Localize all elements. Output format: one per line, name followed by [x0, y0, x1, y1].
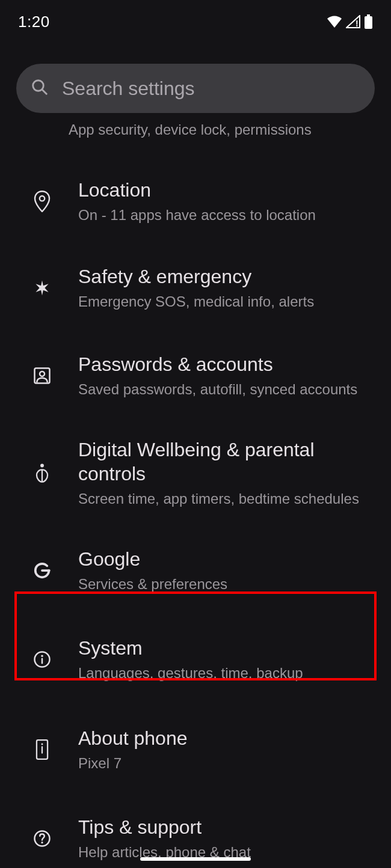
svg-rect-2	[365, 16, 372, 29]
row-location-title: Location	[78, 178, 374, 202]
row-safety-title: Safety & emergency	[78, 264, 374, 289]
svg-line-4	[42, 90, 47, 94]
search-icon	[31, 78, 49, 99]
asterisk-icon	[30, 276, 54, 300]
status-time: 1:20	[18, 13, 50, 31]
svg-point-12	[41, 655, 43, 657]
row-location-sub: On - 11 apps have access to location	[78, 206, 374, 225]
status-bar: 1:20 !	[0, 0, 391, 43]
location-icon	[30, 189, 54, 213]
row-system-title: System	[78, 636, 374, 660]
help-icon	[30, 827, 54, 851]
row-about-title: About phone	[78, 726, 374, 750]
signal-icon: !	[346, 15, 360, 28]
wifi-icon	[327, 16, 342, 28]
row-dwb-title: Digital Wellbeing & parental controls	[78, 438, 374, 486]
row-safety-sub: Emergency SOS, medical info, alerts	[78, 292, 374, 311]
svg-rect-1	[367, 14, 370, 16]
phone-info-icon	[30, 738, 54, 762]
svg-point-5	[40, 196, 45, 201]
row-google[interactable]: Google Services & preferences	[0, 529, 391, 612]
svg-point-17	[41, 842, 43, 843]
svg-text:!: !	[356, 19, 359, 28]
svg-point-15	[42, 743, 43, 745]
row-location[interactable]: Location On - 11 apps have access to loc…	[0, 153, 391, 243]
row-passwords[interactable]: Passwords & accounts Saved passwords, au…	[0, 329, 391, 417]
row-about-phone[interactable]: About phone Pixel 7	[0, 701, 391, 791]
info-icon	[30, 647, 54, 671]
google-g-icon	[30, 558, 54, 582]
wellbeing-icon	[30, 461, 54, 485]
row-dwb-sub: Screen time, app timers, bedtime schedul…	[78, 489, 374, 509]
row-system-sub: Languages, gestures, time, backup	[78, 664, 374, 683]
account-box-icon	[30, 364, 54, 388]
row-system[interactable]: System Languages, gestures, time, backup	[0, 612, 391, 701]
gesture-nav-handle[interactable]	[140, 857, 251, 861]
row-passwords-sub: Saved passwords, autofill, synced accoun…	[78, 380, 374, 399]
row-digital-wellbeing[interactable]: Digital Wellbeing & parental controls Sc…	[0, 417, 391, 529]
row-about-sub: Pixel 7	[78, 754, 374, 773]
row-tips-support[interactable]: Tips & support Help articles, phone & ch…	[0, 791, 391, 868]
svg-point-7	[40, 371, 45, 376]
row-passwords-title: Passwords & accounts	[78, 352, 374, 376]
row-security-partial[interactable]: App security, device lock, permissions	[0, 113, 391, 153]
row-safety[interactable]: Safety & emergency Emergency SOS, medica…	[0, 243, 391, 329]
row-tips-title: Tips & support	[78, 815, 374, 839]
search-placeholder: Search settings	[62, 78, 195, 100]
row-security-sub: App security, device lock, permissions	[69, 120, 391, 139]
settings-list: App security, device lock, permissions L…	[0, 113, 391, 868]
row-google-title: Google	[78, 547, 374, 571]
battery-icon	[364, 14, 373, 29]
svg-point-8	[40, 464, 44, 468]
row-google-sub: Services & preferences	[78, 575, 374, 594]
status-right: !	[327, 14, 373, 29]
search-bar[interactable]: Search settings	[16, 64, 375, 113]
